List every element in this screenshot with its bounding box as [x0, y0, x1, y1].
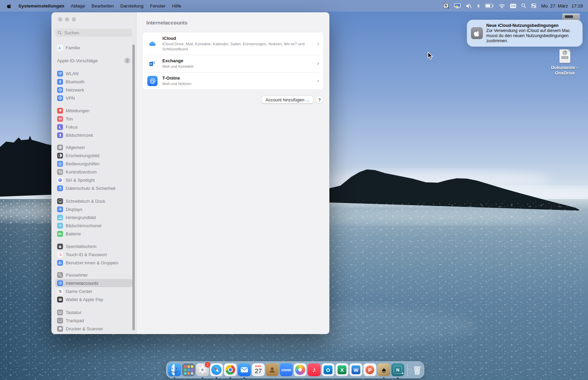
- dock-photos-icon[interactable]: [294, 363, 307, 376]
- sidebar-item-mitteilungen[interactable]: Mitteilungen: [55, 106, 132, 115]
- menu-hilfe[interactable]: Hilfe: [172, 3, 181, 9]
- dock-contacts-icon[interactable]: [266, 363, 279, 376]
- dock-calendar-icon[interactable]: MÄR 27: [252, 363, 265, 376]
- sidebar-item-hintergrundbild[interactable]: Hintergrundbild: [55, 213, 132, 221]
- sidebar-item-bildschirmschoner[interactable]: Bildschirmschoner: [55, 221, 132, 230]
- dock-music-icon[interactable]: ♪: [308, 363, 321, 376]
- sidebar-item-erscheinungsbild[interactable]: Erscheinungsbild: [55, 151, 132, 160]
- sidebar-item-drucker-scanner[interactable]: Drucker & Scanner: [55, 325, 132, 333]
- sidebar-item-allgemein[interactable]: Allgemein: [55, 143, 132, 151]
- sidebar-item-bildschirmzeit[interactable]: Bildschirmzeit: [55, 131, 132, 139]
- control-center-icon[interactable]: [531, 3, 537, 9]
- menu-app-name[interactable]: Systemeinstellungen: [18, 3, 64, 9]
- screen-capture-icon[interactable]: N: [443, 2, 450, 9]
- sidebar-scrollbar[interactable]: [132, 45, 135, 330]
- game-center-icon: [57, 288, 63, 294]
- sidebar-item-tastatur[interactable]: Tastatur: [55, 308, 132, 316]
- settings-badge: 2: [205, 362, 210, 367]
- sidebar-item-ton[interactable]: Ton: [55, 115, 132, 123]
- notification-title: Neue iCloud-Nutzungsbedingungen: [486, 23, 578, 28]
- menu-ablage[interactable]: Ablage: [71, 3, 85, 9]
- dock-screenshot-tool-icon[interactable]: N+: [391, 363, 404, 376]
- battery-icon[interactable]: [485, 3, 494, 8]
- sidebar-item-schreibtisch-dock[interactable]: Schreibtisch & Dock: [55, 197, 132, 205]
- menu-bearbeiten[interactable]: Bearbeiten: [92, 3, 114, 9]
- key-icon: [57, 272, 63, 278]
- display-sharing-icon[interactable]: [454, 3, 461, 9]
- dock-system-settings-icon[interactable]: 2: [196, 363, 209, 376]
- volume-mute-icon[interactable]: [466, 3, 472, 9]
- apple-menu-icon[interactable]: [7, 3, 12, 9]
- sidebar-item-bedienungshilfen[interactable]: Bedienungshilfen: [55, 160, 132, 168]
- search-input[interactable]: [64, 30, 130, 36]
- sidebar-item-passwoerter[interactable]: Passwörter: [55, 271, 132, 279]
- keyboard-input-icon[interactable]: [510, 3, 517, 9]
- chevron-right-icon: ›: [317, 60, 319, 67]
- bluetooth-icon[interactable]: [476, 3, 480, 9]
- svg-text:N: N: [445, 4, 447, 7]
- add-account-button[interactable]: Account hinzufügen ...: [262, 96, 313, 103]
- dock-zoom-icon[interactable]: zoom: [280, 363, 293, 376]
- menu-darstellung[interactable]: Darstellung: [120, 3, 143, 9]
- dock-outlook-icon[interactable]: O: [322, 363, 334, 376]
- wifi-icon[interactable]: [499, 3, 505, 9]
- dock-solitaire-icon[interactable]: ♠: [377, 363, 390, 376]
- accounts-list: iCloud iCloud Drive, Mail, Kontakte, Kal…: [143, 32, 323, 89]
- sidebar-item-fokus[interactable]: Fokus: [55, 123, 132, 131]
- spotlight-search-icon[interactable]: [521, 3, 526, 9]
- sidebar-item-familie[interactable]: Familie: [55, 44, 132, 52]
- wallpaper-icon: [57, 215, 63, 220]
- help-button[interactable]: ?: [316, 96, 323, 103]
- account-row-icloud[interactable]: iCloud iCloud Drive, Mail, Kontakte, Kal…: [143, 32, 323, 55]
- sidebar-item-wallet[interactable]: Wallet & Apple Pay: [55, 295, 132, 303]
- sidebar-search[interactable]: [55, 29, 132, 37]
- sidebar-item-displays[interactable]: Displays: [55, 205, 132, 213]
- at-icon: [57, 280, 63, 286]
- hourglass-icon: [57, 132, 63, 138]
- sidebar-item-kontrollzentrum[interactable]: Kontrollzentrum: [55, 168, 132, 176]
- search-icon: [58, 31, 62, 35]
- dock-mail-icon[interactable]: [238, 363, 251, 376]
- sidebar-item-apple-id-vorschlaege[interactable]: Apple-ID-Vorschläge 2: [55, 56, 132, 65]
- dock-safari-icon[interactable]: [210, 363, 223, 376]
- shortcut-label: Dokumente – OneDrive: [543, 65, 587, 76]
- account-row-exchange[interactable]: E Exchange Mail und Kontakte ›: [143, 55, 323, 72]
- dock-launchpad-icon[interactable]: [182, 363, 195, 376]
- minimize-button[interactable]: [65, 17, 69, 21]
- sidebar-item-sperrbildschirm[interactable]: Sperrbildschirm: [55, 242, 132, 250]
- dock-powerpoint-icon[interactable]: P: [363, 363, 376, 376]
- close-button[interactable]: [58, 17, 62, 21]
- menu-fenster[interactable]: Fenster: [150, 3, 166, 9]
- sidebar-item-datenschutz[interactable]: Datenschutz & Sicherheit: [55, 184, 132, 192]
- sidebar-item-game-center[interactable]: Game Center: [55, 287, 132, 295]
- zoom-button[interactable]: [72, 17, 76, 21]
- notification-icloud-terms[interactable]: Neue iCloud-Nutzungsbedingungen Zur Verw…: [467, 20, 583, 47]
- dock-excel-icon[interactable]: X: [336, 363, 348, 376]
- menu-bar: Systemeinstellungen Ablage Bearbeiten Da…: [0, 0, 588, 12]
- sidebar-item-bluetooth[interactable]: Bluetooth: [55, 78, 132, 86]
- dock-word-icon[interactable]: W: [349, 363, 362, 376]
- sidebar-item-trackpad[interactable]: Trackpad: [55, 316, 132, 325]
- account-row-t-online[interactable]: T-Online Mail und Notizen ›: [143, 72, 323, 89]
- contrast-icon: [57, 153, 63, 159]
- dock-trash-icon[interactable]: [411, 363, 424, 376]
- printer-icon: [57, 326, 63, 332]
- chevron-right-icon: ›: [317, 39, 319, 47]
- sidebar-item-siri-spotlight[interactable]: Siri & Spotlight: [55, 176, 132, 184]
- sidebar-item-vpn[interactable]: VPN: [55, 94, 132, 102]
- webloc-document-icon: @ HTTP: [559, 49, 570, 63]
- accessibility-icon: [57, 161, 63, 167]
- sidebar-item-internetaccounts[interactable]: Internetaccounts: [55, 279, 132, 287]
- apple-logo-icon: [471, 27, 483, 39]
- sidebar-item-touch-id[interactable]: Touch ID & Passwort: [55, 250, 132, 259]
- sidebar-item-wlan[interactable]: WLAN: [55, 69, 132, 78]
- dock-finder-icon[interactable]: [168, 363, 181, 376]
- desktop-shortcut-onedrive[interactable]: @ HTTP Dokumente – OneDrive: [543, 48, 587, 76]
- dock-chrome-icon[interactable]: [224, 363, 237, 376]
- system-settings-window: Familie Apple-ID-Vorschläge 2 WLAN Bluet…: [51, 12, 329, 334]
- sidebar-item-netzwerk[interactable]: Netzwerk: [55, 86, 132, 94]
- menu-clock[interactable]: Mo. 27. März 17:19: [541, 3, 583, 9]
- sidebar-item-benutzer-gruppen[interactable]: Benutzer:innen & Gruppen: [55, 259, 132, 267]
- sidebar-item-batterie[interactable]: Batterie: [55, 230, 132, 238]
- notification-body: Zur Verwendung von iCloud auf diesem Mac…: [486, 28, 578, 44]
